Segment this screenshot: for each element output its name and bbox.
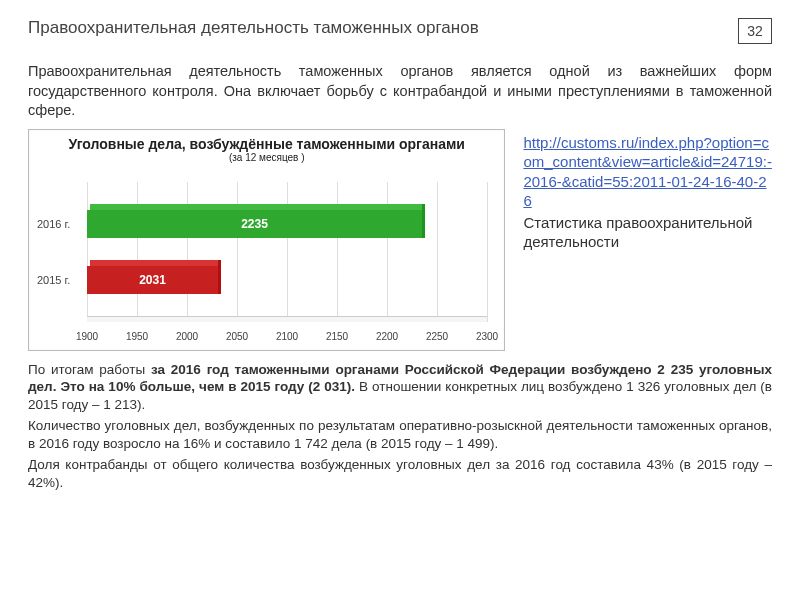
x-axis-tick: 1950 xyxy=(126,331,148,342)
stat-caption: Статистика правоохранительной деятельнос… xyxy=(523,213,772,252)
grid-line xyxy=(487,182,488,322)
page-number-box: 32 xyxy=(738,18,772,44)
x-axis-tick: 2100 xyxy=(276,331,298,342)
chart-bar: 2031 xyxy=(87,266,218,294)
page-title: Правоохранительная деятельность таможенн… xyxy=(28,18,479,38)
body-text: По итогам работы за 2016 год таможенными… xyxy=(28,361,772,492)
x-axis-tick: 2150 xyxy=(326,331,348,342)
x-axis-tick: 2300 xyxy=(476,331,498,342)
grid-line xyxy=(287,182,288,322)
bar-value-label: 2031 xyxy=(139,273,166,287)
grid-line xyxy=(87,182,88,322)
paragraph-2: Количество уголовных дел, возбужденных п… xyxy=(28,417,772,452)
x-axis-tick: 1900 xyxy=(76,331,98,342)
grid-line xyxy=(187,182,188,322)
paragraph-1: По итогам работы за 2016 год таможенными… xyxy=(28,361,772,414)
chart-container: Уголовные дела, возбуждённые таможенными… xyxy=(28,129,505,351)
chart-bar: 2235 xyxy=(87,210,422,238)
chart-plot-area: 22352031 xyxy=(87,182,487,322)
x-axis-tick: 2000 xyxy=(176,331,198,342)
side-info: http://customs.ru/index.php?option=com_c… xyxy=(523,129,772,252)
x-axis-tick: 2050 xyxy=(226,331,248,342)
grid-line xyxy=(437,182,438,322)
source-link[interactable]: http://customs.ru/index.php?option=com_c… xyxy=(523,134,771,210)
y-axis-label: 2015 г. xyxy=(37,274,70,286)
grid-line xyxy=(137,182,138,322)
paragraph-3: Доля контрабанды от общего количества во… xyxy=(28,456,772,491)
x-axis-tick: 2200 xyxy=(376,331,398,342)
y-axis-label: 2016 г. xyxy=(37,218,70,230)
grid-line xyxy=(337,182,338,322)
grid-line xyxy=(237,182,238,322)
chart-title: Уголовные дела, возбуждённые таможенными… xyxy=(37,136,496,152)
bar-value-label: 2235 xyxy=(241,217,268,231)
chart-subtitle: (за 12 месяцев ) xyxy=(37,152,496,163)
grid-line xyxy=(387,182,388,322)
x-axis-tick: 2250 xyxy=(426,331,448,342)
intro-paragraph: Правоохранительная деятельность таможенн… xyxy=(28,62,772,121)
